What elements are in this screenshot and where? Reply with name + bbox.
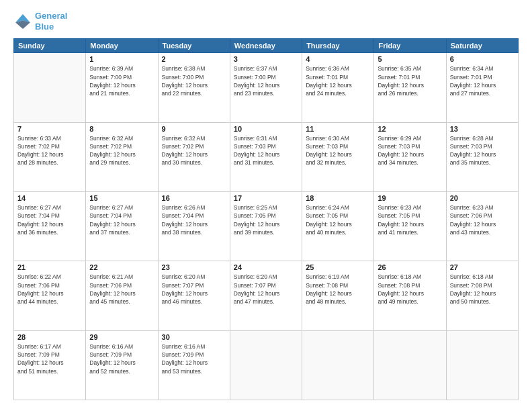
day-info: Sunrise: 6:30 AM Sunset: 7:03 PM Dayligh…	[306, 134, 370, 167]
day-info: Sunrise: 6:22 AM Sunset: 7:06 PM Dayligh…	[17, 273, 82, 306]
day-number: 27	[450, 263, 515, 271]
day-info: Sunrise: 6:33 AM Sunset: 7:02 PM Dayligh…	[17, 134, 82, 167]
day-info: Sunrise: 6:20 AM Sunset: 7:07 PM Dayligh…	[234, 273, 298, 306]
day-info: Sunrise: 6:27 AM Sunset: 7:04 PM Dayligh…	[17, 203, 82, 236]
day-number: 11	[306, 125, 370, 133]
day-info: Sunrise: 6:18 AM Sunset: 7:08 PM Dayligh…	[450, 273, 515, 306]
weekday-header-wednesday: Wednesday	[230, 39, 302, 53]
calendar-cell: 11Sunrise: 6:30 AM Sunset: 7:03 PM Dayli…	[302, 122, 374, 191]
day-info: Sunrise: 6:19 AM Sunset: 7:08 PM Dayligh…	[306, 273, 370, 306]
day-info: Sunrise: 6:31 AM Sunset: 7:03 PM Dayligh…	[234, 134, 298, 167]
weekday-header-sunday: Sunday	[14, 39, 86, 53]
calendar-cell: 7Sunrise: 6:33 AM Sunset: 7:02 PM Daylig…	[14, 122, 86, 191]
calendar-cell: 14Sunrise: 6:27 AM Sunset: 7:04 PM Dayli…	[14, 191, 86, 261]
day-number: 30	[162, 333, 226, 341]
day-info: Sunrise: 6:35 AM Sunset: 7:01 PM Dayligh…	[378, 64, 442, 97]
day-info: Sunrise: 6:37 AM Sunset: 7:00 PM Dayligh…	[234, 64, 298, 97]
day-info: Sunrise: 6:18 AM Sunset: 7:08 PM Dayligh…	[378, 273, 442, 306]
calendar-week-3: 14Sunrise: 6:27 AM Sunset: 7:04 PM Dayli…	[14, 191, 519, 261]
calendar-cell	[14, 53, 86, 122]
day-number: 4	[306, 55, 370, 63]
day-number: 17	[234, 194, 298, 202]
day-number: 5	[378, 55, 442, 63]
day-number: 16	[162, 194, 226, 202]
day-number: 9	[162, 125, 226, 133]
calendar-cell: 8Sunrise: 6:32 AM Sunset: 7:02 PM Daylig…	[86, 122, 158, 191]
calendar-cell: 30Sunrise: 6:16 AM Sunset: 7:09 PM Dayli…	[158, 330, 230, 400]
day-info: Sunrise: 6:38 AM Sunset: 7:00 PM Dayligh…	[162, 64, 226, 97]
calendar-cell: 26Sunrise: 6:18 AM Sunset: 7:08 PM Dayli…	[374, 261, 446, 330]
day-number: 29	[89, 333, 154, 341]
day-info: Sunrise: 6:27 AM Sunset: 7:04 PM Dayligh…	[89, 203, 154, 236]
day-number: 20	[450, 194, 515, 202]
calendar-week-4: 21Sunrise: 6:22 AM Sunset: 7:06 PM Dayli…	[14, 261, 519, 330]
day-number: 15	[89, 194, 154, 202]
calendar-cell: 23Sunrise: 6:20 AM Sunset: 7:07 PM Dayli…	[158, 261, 230, 330]
calendar-cell: 17Sunrise: 6:25 AM Sunset: 7:05 PM Dayli…	[230, 191, 302, 261]
calendar-cell: 27Sunrise: 6:18 AM Sunset: 7:08 PM Dayli…	[446, 261, 518, 330]
calendar-cell	[374, 330, 446, 400]
day-info: Sunrise: 6:39 AM Sunset: 7:00 PM Dayligh…	[89, 64, 154, 97]
day-info: Sunrise: 6:28 AM Sunset: 7:03 PM Dayligh…	[450, 134, 515, 167]
day-info: Sunrise: 6:26 AM Sunset: 7:04 PM Dayligh…	[162, 203, 226, 236]
day-info: Sunrise: 6:16 AM Sunset: 7:09 PM Dayligh…	[162, 342, 226, 375]
day-info: Sunrise: 6:23 AM Sunset: 7:06 PM Dayligh…	[450, 203, 515, 236]
day-info: Sunrise: 6:36 AM Sunset: 7:01 PM Dayligh…	[306, 64, 370, 97]
day-number: 21	[17, 263, 82, 271]
weekday-header-row: SundayMondayTuesdayWednesdayThursdayFrid…	[14, 39, 519, 53]
calendar-cell: 24Sunrise: 6:20 AM Sunset: 7:07 PM Dayli…	[230, 261, 302, 330]
day-number: 14	[17, 194, 82, 202]
day-info: Sunrise: 6:29 AM Sunset: 7:03 PM Dayligh…	[378, 134, 442, 167]
calendar-cell: 4Sunrise: 6:36 AM Sunset: 7:01 PM Daylig…	[302, 53, 374, 122]
day-info: Sunrise: 6:34 AM Sunset: 7:01 PM Dayligh…	[450, 64, 515, 97]
day-number: 18	[306, 194, 370, 202]
day-number: 28	[17, 333, 82, 341]
calendar-cell: 22Sunrise: 6:21 AM Sunset: 7:06 PM Dayli…	[86, 261, 158, 330]
calendar-cell	[230, 330, 302, 400]
calendar-table: SundayMondayTuesdayWednesdayThursdayFrid…	[13, 38, 519, 400]
day-number: 13	[450, 125, 515, 133]
day-number: 22	[89, 263, 154, 271]
calendar-week-5: 28Sunrise: 6:17 AM Sunset: 7:09 PM Dayli…	[14, 330, 519, 400]
day-number: 2	[162, 55, 226, 63]
weekday-header-friday: Friday	[374, 39, 446, 53]
day-number: 10	[234, 125, 298, 133]
calendar-cell: 3Sunrise: 6:37 AM Sunset: 7:00 PM Daylig…	[230, 53, 302, 122]
calendar-cell	[302, 330, 374, 400]
calendar-week-2: 7Sunrise: 6:33 AM Sunset: 7:02 PM Daylig…	[14, 122, 519, 191]
day-info: Sunrise: 6:23 AM Sunset: 7:05 PM Dayligh…	[378, 203, 442, 236]
day-number: 25	[306, 263, 370, 271]
day-info: Sunrise: 6:32 AM Sunset: 7:02 PM Dayligh…	[162, 134, 226, 167]
calendar-cell: 20Sunrise: 6:23 AM Sunset: 7:06 PM Dayli…	[446, 191, 518, 261]
day-number: 6	[450, 55, 515, 63]
calendar-cell: 28Sunrise: 6:17 AM Sunset: 7:09 PM Dayli…	[14, 330, 86, 400]
weekday-header-tuesday: Tuesday	[158, 39, 230, 53]
day-info: Sunrise: 6:16 AM Sunset: 7:09 PM Dayligh…	[89, 342, 154, 375]
logo: General Blue	[13, 11, 67, 32]
logo-text: General Blue	[35, 11, 67, 32]
calendar-week-1: 1Sunrise: 6:39 AM Sunset: 7:00 PM Daylig…	[14, 53, 519, 122]
weekday-header-thursday: Thursday	[302, 39, 374, 53]
day-info: Sunrise: 6:20 AM Sunset: 7:07 PM Dayligh…	[162, 273, 226, 306]
day-info: Sunrise: 6:24 AM Sunset: 7:05 PM Dayligh…	[306, 203, 370, 236]
day-info: Sunrise: 6:25 AM Sunset: 7:05 PM Dayligh…	[234, 203, 298, 236]
calendar-cell: 13Sunrise: 6:28 AM Sunset: 7:03 PM Dayli…	[446, 122, 518, 191]
calendar-cell: 25Sunrise: 6:19 AM Sunset: 7:08 PM Dayli…	[302, 261, 374, 330]
calendar-cell: 19Sunrise: 6:23 AM Sunset: 7:05 PM Dayli…	[374, 191, 446, 261]
calendar-cell: 5Sunrise: 6:35 AM Sunset: 7:01 PM Daylig…	[374, 53, 446, 122]
day-number: 8	[89, 125, 154, 133]
day-number: 19	[378, 194, 442, 202]
calendar-cell: 18Sunrise: 6:24 AM Sunset: 7:05 PM Dayli…	[302, 191, 374, 261]
calendar-cell: 6Sunrise: 6:34 AM Sunset: 7:01 PM Daylig…	[446, 53, 518, 122]
day-number: 3	[234, 55, 298, 63]
day-info: Sunrise: 6:21 AM Sunset: 7:06 PM Dayligh…	[89, 273, 154, 306]
day-info: Sunrise: 6:17 AM Sunset: 7:09 PM Dayligh…	[17, 342, 82, 375]
calendar-cell: 15Sunrise: 6:27 AM Sunset: 7:04 PM Dayli…	[86, 191, 158, 261]
day-number: 12	[378, 125, 442, 133]
day-number: 26	[378, 263, 442, 271]
day-number: 24	[234, 263, 298, 271]
day-info: Sunrise: 6:32 AM Sunset: 7:02 PM Dayligh…	[89, 134, 154, 167]
day-number: 23	[162, 263, 226, 271]
calendar-cell: 10Sunrise: 6:31 AM Sunset: 7:03 PM Dayli…	[230, 122, 302, 191]
calendar-cell: 9Sunrise: 6:32 AM Sunset: 7:02 PM Daylig…	[158, 122, 230, 191]
